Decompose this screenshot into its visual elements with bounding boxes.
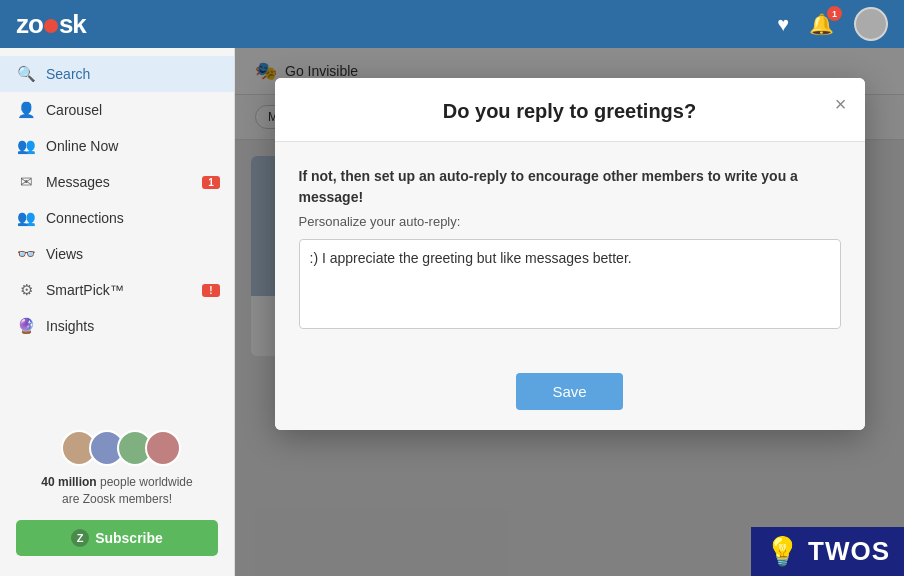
- user-avatar[interactable]: [854, 7, 888, 41]
- modal-body: If not, then set up an auto-reply to enc…: [275, 142, 865, 357]
- modal-overlay: Do you reply to greetings? × If not, the…: [235, 48, 904, 576]
- sidebar-item-connections[interactable]: 👥 Connections: [0, 200, 234, 236]
- views-icon: 👓: [16, 245, 36, 263]
- modal-description: If not, then set up an auto-reply to enc…: [299, 166, 841, 208]
- smartpick-icon: ⚙: [16, 281, 36, 299]
- sidebar: 🔍 Search 👤 Carousel 👥 Online Now ✉ Messa…: [0, 48, 235, 576]
- sidebar-item-views[interactable]: 👓 Views: [0, 236, 234, 272]
- sidebar-item-messages[interactable]: ✉ Messages 1: [0, 164, 234, 200]
- sidebar-label-online-now: Online Now: [46, 138, 118, 154]
- modal-footer: Save: [275, 357, 865, 430]
- modal-header: Do you reply to greetings? ×: [275, 78, 865, 142]
- sidebar-label-smartpick: SmartPick™: [46, 282, 124, 298]
- sidebar-nav: 🔍 Search 👤 Carousel 👥 Online Now ✉ Messa…: [0, 48, 234, 418]
- sidebar-item-search[interactable]: 🔍 Search: [0, 56, 234, 92]
- sidebar-item-insights[interactable]: 🔮 Insights: [0, 308, 234, 344]
- subscribe-button[interactable]: Z Subscribe: [16, 520, 218, 556]
- sidebar-label-insights: Insights: [46, 318, 94, 334]
- online-now-icon: 👥: [16, 137, 36, 155]
- modal-sublabel: Personalize your auto-reply:: [299, 214, 841, 229]
- bell-nav-icon[interactable]: 🔔 1: [809, 12, 834, 36]
- modal-close-button[interactable]: ×: [835, 94, 847, 114]
- save-button[interactable]: Save: [516, 373, 622, 410]
- sidebar-label-carousel: Carousel: [46, 102, 102, 118]
- messages-icon: ✉: [16, 173, 36, 191]
- main-layout: 🔍 Search 👤 Carousel 👥 Online Now ✉ Messa…: [0, 48, 904, 576]
- twos-logo-icon: 💡: [765, 535, 800, 568]
- modal-title: Do you reply to greetings?: [299, 100, 841, 123]
- nav-icons: ♥ 🔔 1: [777, 7, 888, 41]
- sidebar-label-messages: Messages: [46, 174, 110, 190]
- smartpick-badge: !: [202, 284, 220, 297]
- sidebar-members: 40 million people worldwideare Zoosk mem…: [0, 418, 234, 576]
- content-area: 🎭 Go Invisible Men interested in Women ›…: [235, 48, 904, 576]
- sidebar-item-carousel[interactable]: 👤 Carousel: [0, 92, 234, 128]
- sidebar-label-views: Views: [46, 246, 83, 262]
- twos-text: TWOS: [808, 536, 890, 567]
- member-avatar-4: [145, 430, 181, 466]
- connections-icon: 👥: [16, 209, 36, 227]
- subscribe-icon: Z: [71, 529, 89, 547]
- heart-nav-icon[interactable]: ♥: [777, 13, 789, 36]
- insights-icon: 🔮: [16, 317, 36, 335]
- member-avatars: [61, 430, 173, 466]
- search-icon: 🔍: [16, 65, 36, 83]
- twos-badge: 💡 TWOS: [751, 527, 904, 576]
- logo: zosk: [16, 9, 86, 40]
- modal: Do you reply to greetings? × If not, the…: [275, 78, 865, 430]
- sidebar-label-search: Search: [46, 66, 90, 82]
- members-text: 40 million people worldwideare Zoosk mem…: [41, 474, 192, 508]
- sidebar-label-connections: Connections: [46, 210, 124, 226]
- top-nav: zosk ♥ 🔔 1: [0, 0, 904, 48]
- messages-badge: 1: [202, 176, 220, 189]
- auto-reply-textarea[interactable]: [299, 239, 841, 329]
- bell-badge: 1: [827, 6, 842, 21]
- carousel-icon: 👤: [16, 101, 36, 119]
- sidebar-item-smartpick[interactable]: ⚙ SmartPick™ !: [0, 272, 234, 308]
- sidebar-item-online-now[interactable]: 👥 Online Now: [0, 128, 234, 164]
